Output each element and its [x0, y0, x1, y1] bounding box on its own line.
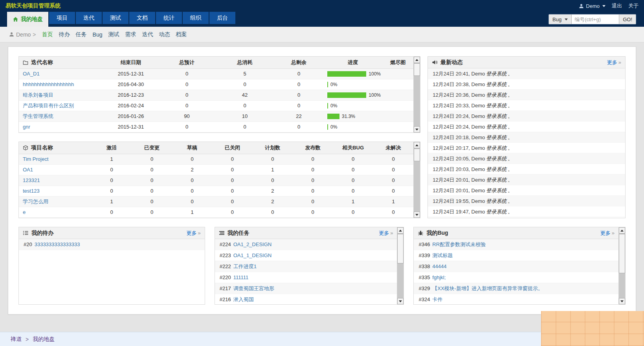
topbar-right: Demo 退出 关于 — [579, 2, 638, 9]
person-icon — [9, 32, 14, 37]
project-link[interactable]: e — [23, 209, 26, 215]
scroll-thumb[interactable] — [397, 234, 404, 263]
task-link[interactable]: 111111 — [233, 272, 249, 283]
todo-more-link[interactable]: 更多 — [186, 230, 196, 237]
cell: 0 — [215, 100, 274, 111]
arrow-up-icon — [415, 144, 418, 146]
cell: 90 — [158, 111, 215, 121]
activity-action: 登录系统 — [486, 71, 506, 77]
bug-link[interactable]: 卡件 — [432, 294, 442, 305]
scroll-thumb[interactable] — [414, 149, 420, 161]
tab-test[interactable]: 测试 — [103, 12, 128, 24]
scroll-down-button[interactable] — [397, 298, 404, 304]
bugs-more-link[interactable]: 更多 — [600, 230, 611, 237]
task-link[interactable]: 调查蜀国王宫地形 — [233, 283, 274, 294]
arrow-down-icon — [415, 214, 418, 216]
iteration-link[interactable]: 学生管理系统 — [23, 113, 53, 119]
project-link[interactable]: Tim Project — [23, 156, 48, 162]
tab-admin[interactable]: 后台 — [209, 12, 235, 24]
cell: 0 — [132, 207, 172, 217]
iteration-link[interactable]: 产品和项目有什么区别 — [23, 103, 74, 109]
scroll-thumb[interactable] — [619, 234, 625, 273]
list-item: #216潜入蜀国 — [215, 294, 397, 305]
scroll-up-button[interactable] — [619, 227, 625, 234]
tasks-more-link[interactable]: 更多 — [379, 230, 389, 237]
activity-item: 12月24日 19:47, Demo登录系统。 — [428, 206, 625, 217]
cell: 0 — [132, 164, 172, 175]
project-name-cell: 学习怎么用 — [19, 196, 92, 207]
bug-link[interactable]: 【XX模块-新增】进入新增页面有异常弹窗提示。 — [432, 283, 543, 294]
scroll-down-button[interactable] — [414, 212, 420, 218]
scrollbar[interactable] — [413, 57, 420, 133]
activity-more-link[interactable]: 更多 — [607, 59, 617, 66]
activity-action: 登录系统 — [486, 103, 506, 109]
scroll-up-button[interactable] — [414, 142, 420, 148]
breadcrumb-test[interactable]: 测试 — [108, 31, 119, 38]
logout-link[interactable]: 退出 — [612, 2, 622, 9]
iteration-link[interactable]: OA_D1 — [23, 71, 40, 77]
breadcrumb-sprint[interactable]: 迭代 — [142, 31, 153, 38]
cell: 0 — [373, 154, 413, 164]
task-link[interactable]: OA1_1_DESIGN — [233, 250, 272, 261]
scroll-down-button[interactable] — [414, 126, 420, 133]
breadcrumb-dynamic[interactable]: 动态 — [159, 31, 170, 38]
search-module-select[interactable]: Bug — [549, 15, 572, 24]
task-link[interactable]: 工作进度1 — [233, 261, 257, 272]
tab-my-dashboard[interactable]: 我的地盘 — [7, 12, 48, 27]
bug-link[interactable]: 测试标题 — [432, 250, 453, 261]
scroll-thumb[interactable] — [414, 63, 420, 76]
speaker-icon — [432, 59, 438, 65]
tab-project[interactable]: 项目 — [49, 12, 75, 24]
project-row: 12332100000000 — [19, 175, 413, 186]
breadcrumb-todo[interactable]: 待办 — [59, 31, 70, 38]
scrollbar[interactable] — [413, 142, 420, 218]
iteration-link[interactable]: hhhhhhhhhhhhhhhhhh — [23, 81, 74, 87]
cell: 0 — [373, 175, 413, 186]
breadcrumb-bug[interactable]: Bug — [93, 31, 103, 38]
cell: 0 — [293, 196, 333, 207]
tab-sprint[interactable]: 迭代 — [76, 12, 102, 24]
screenshot-artifact-overlay — [541, 311, 644, 346]
scrollbar[interactable] — [618, 227, 625, 304]
cell: 5 — [215, 68, 274, 79]
iteration-link[interactable]: 暗杀刘备项目 — [23, 92, 53, 98]
item-id: #217 — [220, 283, 231, 294]
todo-list: #203333333333333333 — [19, 239, 205, 250]
search-input[interactable] — [572, 15, 619, 24]
scroll-up-button[interactable] — [397, 227, 404, 234]
scroll-down-button[interactable] — [619, 298, 625, 304]
todo-link[interactable]: 3333333333333333 — [35, 239, 80, 250]
tab-org[interactable]: 组织 — [183, 12, 209, 24]
about-link[interactable]: 关于 — [628, 2, 638, 9]
task-link[interactable]: OA1_2_DESIGN — [233, 239, 272, 250]
task-link[interactable]: 潜入蜀国 — [233, 294, 254, 305]
iteration-link[interactable]: gnr — [23, 124, 30, 130]
list-icon — [23, 230, 29, 236]
scroll-up-button[interactable] — [414, 57, 420, 63]
project-link[interactable]: test123 — [23, 188, 40, 194]
cell: 0 — [158, 100, 215, 111]
cell: 0 — [333, 154, 373, 164]
user-menu[interactable]: Demo — [579, 3, 605, 9]
tab-report[interactable]: 统计 — [156, 12, 182, 24]
activity-action: 登录系统 — [486, 188, 506, 193]
scrollbar[interactable] — [397, 227, 404, 304]
activity-suffix: 。 — [508, 198, 513, 204]
project-link[interactable]: OA1 — [23, 167, 33, 173]
go-button[interactable]: GO! — [619, 15, 636, 24]
breadcrumb-home[interactable]: 首页 — [42, 31, 53, 38]
product-icon — [23, 145, 28, 151]
tasks-icon — [219, 230, 225, 236]
cell: 0 — [333, 164, 373, 175]
footer-brand-link[interactable]: 禅道 — [11, 336, 22, 343]
tab-doc[interactable]: 文档 — [129, 12, 155, 24]
breadcrumb-task[interactable]: 任务 — [76, 31, 87, 38]
breadcrumb-archive[interactable]: 档案 — [176, 31, 187, 38]
footer-page-link[interactable]: 我的地盘 — [33, 336, 55, 343]
project-link[interactable]: 学习怎么用 — [23, 199, 48, 204]
bug-link[interactable]: fghjkl; — [432, 272, 446, 283]
project-link[interactable]: 123321 — [23, 177, 40, 183]
breadcrumb-story[interactable]: 需求 — [125, 31, 136, 38]
bug-link[interactable]: RR配置参数测试未校验 — [432, 239, 486, 250]
bug-link[interactable]: 44444 — [432, 261, 446, 272]
